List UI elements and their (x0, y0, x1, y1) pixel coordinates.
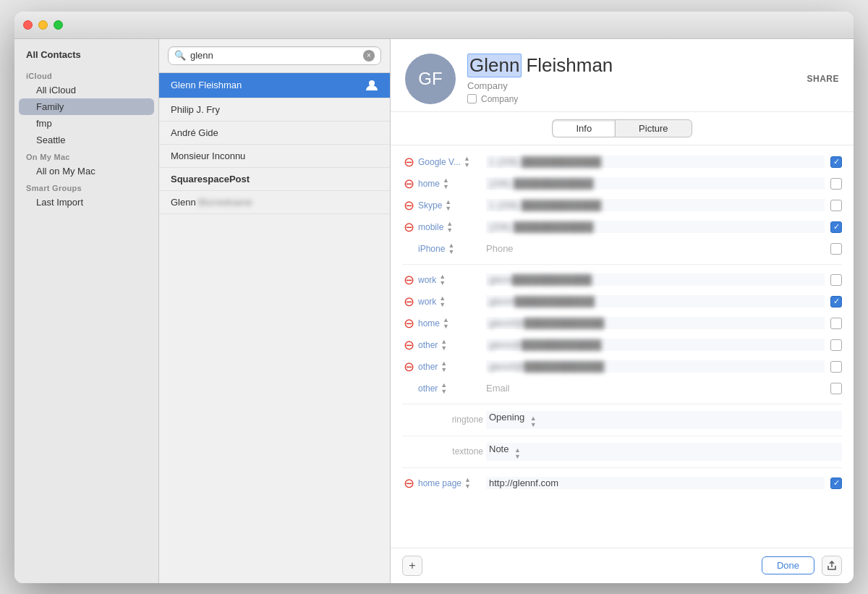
field-value-email-2[interactable]: glennf████████████ (486, 295, 825, 307)
stepper-phone-5[interactable]: ▲▼ (448, 242, 454, 255)
company-checkbox[interactable] (467, 94, 477, 103)
remove-phone-4-button[interactable]: ⊖ (402, 221, 415, 234)
field-value-email-4[interactable]: glenn@████████████ (486, 339, 825, 351)
maximize-button[interactable] (54, 20, 63, 30)
stepper-homepage[interactable]: ▲▼ (464, 477, 471, 490)
field-label-email-6[interactable]: other ▲▼ (418, 382, 483, 395)
contact-item-andre-gide[interactable]: André Gide (159, 122, 390, 145)
search-clear-button[interactable]: × (363, 50, 375, 61)
checkbox-phone-3[interactable] (830, 200, 842, 211)
field-label-email-5[interactable]: other ▲▼ (418, 360, 483, 373)
main-window: All Contacts iCloud All iCloud Family fm… (14, 12, 854, 583)
contact-item-philip-j-fry[interactable]: Philip J. Fry (159, 98, 390, 122)
search-input-wrapper: 🔍 × (168, 46, 381, 65)
texttone-stepper[interactable]: ▲▼ (514, 447, 521, 460)
checkbox-email-5[interactable] (830, 361, 842, 373)
done-button[interactable]: Done (762, 556, 814, 574)
tab-info[interactable]: Info (552, 119, 615, 137)
field-label-phone-2[interactable]: home ▲▼ (418, 177, 483, 190)
checkbox-email-6[interactable] (830, 383, 842, 394)
field-row-email-2: ⊖ work ▲▼ glennf████████████ (391, 291, 854, 313)
field-value-email-6[interactable]: Email (486, 383, 825, 394)
field-value-phone-2[interactable]: (206) ████████████ (486, 177, 825, 190)
field-label-email-2[interactable]: work ▲▼ (418, 295, 483, 308)
remove-homepage-button[interactable]: ⊖ (402, 477, 415, 490)
sidebar-section-on-my-mac: On My Mac (14, 148, 158, 163)
contact-item-glenn-blurred[interactable]: Glenn Blurredname (159, 191, 390, 214)
remove-phone-1-button[interactable]: ⊖ (402, 156, 415, 169)
checkbox-email-4[interactable] (830, 339, 842, 351)
remove-email-3-button[interactable]: ⊖ (402, 317, 415, 330)
field-value-ringtone[interactable]: Opening ▲▼ (486, 411, 842, 429)
remove-phone-2-button[interactable]: ⊖ (402, 177, 415, 190)
add-field-button[interactable]: + (402, 556, 422, 576)
stepper-email-5[interactable]: ▲▼ (441, 360, 447, 373)
checkbox-phone-2[interactable] (830, 178, 842, 190)
field-label-homepage[interactable]: home page ▲▼ (418, 477, 483, 490)
sidebar-item-all-on-my-mac[interactable]: All on My Mac (19, 163, 154, 179)
field-value-email-3[interactable]: glennf@████████████ (486, 317, 825, 329)
sidebar-item-family[interactable]: Family (19, 98, 154, 115)
stepper-email-3[interactable]: ▲▼ (443, 317, 449, 330)
first-name-field[interactable]: Glenn (467, 54, 522, 77)
checkbox-homepage[interactable] (830, 478, 842, 489)
field-label-phone-1[interactable]: Google V... ▲▼ (418, 156, 483, 169)
stepper-phone-4[interactable]: ▲▼ (446, 221, 453, 234)
checkbox-phone-1[interactable] (830, 156, 842, 168)
field-value-phone-4[interactable]: (206) ████████████ (486, 221, 825, 233)
share-button[interactable]: SHARE (807, 74, 839, 84)
ringtone-stepper[interactable]: ▲▼ (530, 415, 537, 428)
contact-item-squarespace-post[interactable]: SquarespacePost (159, 168, 390, 191)
remove-email-5-button[interactable]: ⊖ (402, 360, 415, 373)
field-value-phone-3[interactable]: 1 (206) ████████████ (486, 199, 825, 211)
field-value-email-5[interactable]: glennf@████████████ (486, 360, 825, 373)
stepper-phone-3[interactable]: ▲▼ (445, 199, 451, 212)
field-row-ringtone: ringtone Opening ▲▼ (391, 409, 854, 431)
remove-email-4-button[interactable]: ⊖ (402, 339, 415, 352)
remove-email-2-button[interactable]: ⊖ (402, 295, 415, 308)
field-label-phone-5[interactable]: iPhone ▲▼ (418, 242, 483, 255)
contact-item-monsieur-inconnu[interactable]: Monsieur Inconnu (159, 145, 390, 168)
field-value-email-1[interactable]: glenn████████████ (486, 273, 825, 286)
last-name-field[interactable]: Fleishman (526, 54, 613, 77)
field-label-phone-3[interactable]: Skype ▲▼ (418, 199, 483, 212)
stepper-email-1[interactable]: ▲▼ (439, 273, 446, 287)
sidebar-section-icloud: iCloud (14, 67, 158, 82)
close-button[interactable] (23, 20, 33, 30)
field-value-homepage[interactable]: http://glennf.com (486, 477, 825, 489)
sidebar-item-seattle[interactable]: Seattle (19, 132, 154, 148)
minimize-button[interactable] (38, 20, 48, 30)
field-label-email-1[interactable]: work ▲▼ (418, 273, 483, 287)
search-input[interactable] (190, 50, 359, 61)
share-contact-button[interactable] (822, 556, 842, 576)
stepper-email-2[interactable]: ▲▼ (439, 295, 446, 308)
stepper-phone-2[interactable]: ▲▼ (443, 177, 449, 190)
field-label-email-3[interactable]: home ▲▼ (418, 317, 483, 330)
remove-phone-3-button[interactable]: ⊖ (402, 199, 415, 212)
tab-picture[interactable]: Picture (615, 119, 692, 137)
field-label-email-4[interactable]: other ▲▼ (418, 339, 483, 352)
field-label-ringtone: ringtone (418, 415, 483, 425)
field-label-phone-4[interactable]: mobile ▲▼ (418, 221, 483, 234)
sidebar-item-all-icloud[interactable]: All iCloud (19, 82, 154, 98)
sidebar-item-all-contacts[interactable]: All Contacts (14, 45, 158, 67)
field-value-phone-5[interactable]: Phone (486, 243, 825, 254)
field-value-texttone[interactable]: Note ▲▼ (486, 443, 842, 461)
company-checkbox-row: Company (467, 94, 795, 104)
checkbox-email-1[interactable] (830, 274, 842, 286)
contact-item-glenn-fleishman[interactable]: Glenn Fleishman (159, 73, 390, 98)
checkbox-phone-4[interactable] (830, 221, 842, 233)
stepper-email-6[interactable]: ▲▼ (441, 382, 447, 395)
sidebar-item-fmp[interactable]: fmp (19, 115, 154, 132)
share-icon (827, 561, 837, 571)
tabs-row: Info Picture (391, 112, 854, 145)
checkbox-phone-5[interactable] (830, 243, 842, 255)
stepper-email-4[interactable]: ▲▼ (441, 339, 447, 352)
field-value-phone-1[interactable]: 1 (206) ████████████ (486, 156, 825, 168)
remove-email-1-button[interactable]: ⊖ (402, 273, 415, 287)
stepper-phone-1[interactable]: ▲▼ (464, 156, 470, 169)
field-row-phone-2: ⊖ home ▲▼ (206) ████████████ (391, 173, 854, 195)
sidebar-item-last-import[interactable]: Last Import (19, 194, 154, 211)
checkbox-email-2[interactable] (830, 296, 842, 307)
checkbox-email-3[interactable] (830, 318, 842, 329)
